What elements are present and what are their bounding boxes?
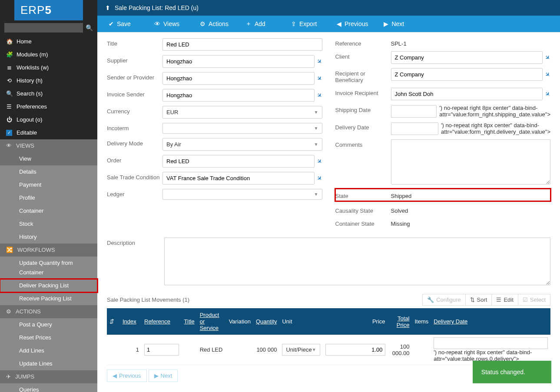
trade-cond-label: Sale Trade Condition — [107, 172, 162, 181]
actions-button[interactable]: ⚙Actions — [192, 16, 238, 32]
home-icon: 🏠 — [6, 37, 12, 46]
plane-icon[interactable]: ✈ — [315, 91, 324, 100]
incoterm-select[interactable]: ▼ — [162, 123, 322, 134]
plane-icon[interactable]: ✈ — [315, 174, 324, 183]
wf-deliver-packing-list[interactable]: Deliver Packing List — [0, 279, 97, 292]
th-variation[interactable]: Variation — [226, 308, 253, 335]
nav-preferences[interactable]: ☰Preferences — [0, 100, 97, 113]
ledger-label: Ledger — [107, 189, 162, 198]
sidebar-search-input[interactable] — [4, 23, 83, 33]
save-button[interactable]: ✔Save — [101, 16, 146, 32]
invoice-recipient-input[interactable] — [391, 88, 543, 100]
view-history[interactable]: History — [0, 231, 97, 244]
editable-checkbox[interactable]: ✓ — [6, 130, 12, 136]
shipping-date-input[interactable] — [391, 105, 437, 118]
delivery-mode-select[interactable]: By Air▼ — [162, 138, 322, 151]
view-payment[interactable]: Payment — [0, 178, 97, 191]
th-quantity[interactable]: Quantity — [253, 308, 279, 335]
main: ⬆ Sale Packing List: Red LED (u) ✔Save 👁… — [97, 0, 560, 392]
recipient-input[interactable] — [391, 68, 543, 81]
th-delivery[interactable]: Delivery Date — [431, 308, 550, 335]
causality-value: Solved — [391, 205, 551, 214]
configure-button[interactable]: 🔧Configure — [422, 294, 465, 306]
breadcrumb-text[interactable]: Sale Packing List: Red LED (u) — [115, 4, 199, 11]
sort-button[interactable]: ⇅Sort — [465, 294, 492, 306]
jump-queries[interactable]: Queries — [0, 383, 97, 392]
currency-select[interactable]: EUR▼ — [162, 106, 322, 119]
export-button[interactable]: ⇪Export — [283, 16, 329, 32]
view-container[interactable]: Container — [0, 204, 97, 217]
plane-icon[interactable]: ✈ — [543, 53, 552, 62]
breadcrumb-bar: ⬆ Sale Packing List: Red LED (u) — [97, 0, 560, 16]
cell-reference-input[interactable] — [144, 344, 179, 356]
description-textarea[interactable] — [164, 237, 550, 285]
invoice-sender-input[interactable] — [162, 89, 315, 102]
pager-next[interactable]: ▶Next — [149, 369, 178, 382]
nav-worklists[interactable]: ≣Worklists (w) — [0, 61, 97, 74]
plane-icon[interactable]: ✈ — [315, 57, 324, 66]
th-items[interactable]: Items — [412, 308, 431, 335]
section-actions: ⚙ACTIONS — [0, 305, 97, 318]
add-button[interactable]: ＋Add — [238, 16, 283, 32]
search-icon[interactable]: 🔍 — [86, 24, 93, 31]
th-price[interactable]: Price — [323, 308, 388, 335]
th-unit[interactable]: Unit — [279, 308, 322, 335]
plane-icon[interactable]: ✈ — [315, 74, 324, 83]
previous-button[interactable]: ◀Previous — [329, 16, 376, 32]
next-button[interactable]: ▶Next — [376, 16, 421, 32]
pager-prev[interactable]: ◀Previous — [107, 369, 147, 382]
order-input[interactable] — [162, 155, 315, 168]
comments-textarea[interactable] — [391, 139, 551, 184]
th-index[interactable]: Index — [120, 308, 142, 335]
views-button[interactable]: 👁Views — [146, 16, 192, 32]
plane-icon[interactable]: ✈ — [315, 157, 324, 166]
supplier-input[interactable] — [162, 55, 315, 68]
delivery-date-input[interactable] — [391, 122, 438, 135]
cell-delivery-input[interactable] — [434, 337, 548, 349]
nav-home[interactable]: 🏠Home — [0, 35, 97, 48]
check-icon: ✔ — [109, 20, 114, 27]
th-title[interactable]: Title — [182, 308, 197, 335]
sort-column-icon[interactable]: ⇵ — [109, 318, 114, 325]
ledger-select[interactable]: ▼ — [162, 189, 322, 200]
th-product[interactable]: Product or Service — [197, 308, 226, 335]
trade-cond-input[interactable] — [162, 172, 315, 184]
client-input[interactable] — [391, 51, 543, 64]
nav-logout[interactable]: ⏻Logout (o) — [0, 113, 97, 126]
nav-modules[interactable]: 🧩Modules (m) — [0, 48, 97, 61]
delivery-date-label: Delivery Date — [335, 122, 391, 131]
invoice-sender-label: Invoice Sender — [107, 89, 162, 98]
nav-history[interactable]: ⟲History (h) — [0, 74, 97, 87]
cell-unit-select[interactable]: Unit/Piece▼ — [282, 344, 320, 356]
worklists-icon: ≣ — [6, 63, 12, 72]
comments-label: Comments — [335, 139, 391, 148]
act-update-lines[interactable]: Update Lines — [0, 357, 97, 370]
sender-input[interactable] — [162, 72, 315, 85]
chevron-right-icon: ▶ — [154, 372, 159, 379]
view-details[interactable]: Details — [0, 165, 97, 178]
view-profile[interactable]: Profile — [0, 191, 97, 204]
title-input[interactable] — [162, 38, 322, 51]
up-icon[interactable]: ⬆ — [105, 4, 110, 11]
jumps-icon: ✈ — [6, 372, 11, 382]
select-button[interactable]: ☑Select — [518, 294, 550, 306]
nav-editable[interactable]: ✓Editable — [0, 126, 97, 139]
th-reference[interactable]: Reference — [142, 308, 182, 335]
plane-icon[interactable]: ✈ — [543, 90, 552, 99]
logo[interactable]: ERP5 — [14, 0, 83, 20]
view-view[interactable]: View — [0, 152, 97, 165]
plane-icon[interactable]: ✈ — [543, 70, 552, 79]
sender-label: Sender or Provider — [107, 72, 162, 81]
status-toast: Status changed. — [473, 361, 551, 383]
nav-search[interactable]: 🔍Search (s) — [0, 87, 97, 100]
view-stock[interactable]: Stock — [0, 217, 97, 231]
act-add-lines[interactable]: Add Lines — [0, 344, 97, 357]
edit-button[interactable]: ☰Edit — [491, 294, 518, 306]
wf-update-quantity[interactable]: Update Quantity from Container — [0, 257, 97, 279]
cell-price-input[interactable] — [325, 344, 385, 356]
th-total[interactable]: Total Price — [388, 308, 412, 335]
act-post-query[interactable]: Post a Query — [0, 318, 97, 331]
act-reset-prices[interactable]: Reset Prices — [0, 331, 97, 344]
state-label: State — [335, 191, 391, 199]
wf-receive-packing-list[interactable]: Receive Packing List — [0, 292, 97, 305]
